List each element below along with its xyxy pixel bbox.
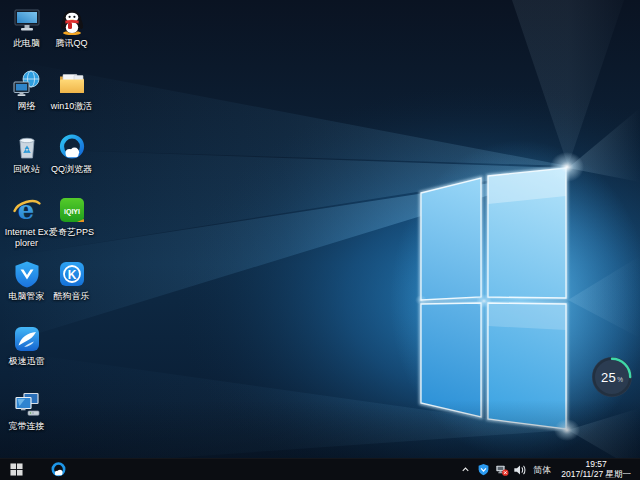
desktop-icon-qq-browser[interactable]: QQ浏览器 [48, 132, 95, 175]
tray-volume[interactable] [512, 459, 527, 480]
desktop-icon-internet-explorer[interactable]: e Internet Explorer [3, 195, 50, 249]
desktop-icon-kugou-music[interactable]: K 酷狗音乐 [48, 259, 95, 302]
icon-label: 宽带连接 [9, 421, 45, 432]
thunder-bird-icon [12, 324, 42, 354]
icon-label: 酷狗音乐 [54, 291, 90, 302]
network-disconnected-icon [495, 463, 509, 477]
icon-label: 爱奇艺PPS [49, 227, 94, 238]
icon-label: 电脑管家 [9, 291, 45, 302]
tray-pc-manager[interactable] [476, 459, 491, 480]
desktop-icon-tencent-qq[interactable]: 腾讯QQ [48, 6, 95, 49]
start-button[interactable] [3, 459, 29, 480]
svg-text:K: K [67, 268, 76, 282]
activation-progress-badge[interactable]: 25% [590, 355, 634, 399]
taskbar-qq-browser-button[interactable] [45, 459, 71, 480]
tray-overflow-button[interactable] [458, 459, 473, 480]
iqiyi-pps-icon: iQIYI [57, 195, 87, 225]
desktop-icon-thunder-speed[interactable]: 极速迅雷 [3, 324, 50, 367]
desktop-icon-pc-manager[interactable]: 电脑管家 [3, 259, 50, 302]
chevron-up-icon [460, 464, 471, 475]
speaker-icon [513, 463, 527, 477]
clock-date: 2017/11/27 星期一 [561, 470, 631, 480]
windows-desktop: 此电脑 腾讯QQ 网络 [0, 0, 640, 480]
broadband-connection-icon [12, 389, 42, 419]
icon-label: 此电脑 [13, 38, 40, 49]
desktop-icon-iqiyi-pps[interactable]: iQIYI 爱奇艺PPS [48, 195, 95, 238]
taskbar: 简体 19:57 2017/11/27 星期一 [0, 458, 640, 480]
wallpaper [0, 0, 640, 480]
folder-icon [57, 69, 87, 99]
desktop-icon-recycle-bin[interactable]: 回收站 [3, 132, 50, 175]
windows-start-icon [10, 463, 23, 476]
network-icon [12, 69, 42, 99]
progress-value: 25% [590, 355, 634, 399]
icon-label: win10激活 [51, 101, 93, 112]
internet-explorer-icon: e [12, 195, 42, 225]
taskbar-clock[interactable]: 19:57 2017/11/27 星期一 [557, 459, 637, 480]
this-pc-icon [12, 6, 42, 36]
kugou-music-icon: K [57, 259, 87, 289]
qq-browser-icon [50, 461, 67, 478]
pc-manager-shield-icon [477, 463, 490, 476]
icon-label: 网络 [18, 101, 36, 112]
tencent-qq-icon [57, 6, 87, 36]
desktop-icon-broadband-connection[interactable]: 宽带连接 [3, 389, 50, 432]
pc-manager-shield-icon [12, 259, 42, 289]
icon-label: 极速迅雷 [9, 356, 45, 367]
qq-browser-icon [57, 132, 87, 162]
recycle-bin-icon [12, 132, 42, 162]
windows-logo-wallpaper [415, 152, 584, 441]
desktop-icon-network[interactable]: 网络 [3, 69, 50, 112]
tray-network[interactable] [494, 459, 509, 480]
icon-label: 腾讯QQ [55, 38, 87, 49]
icon-label: Internet Explorer [3, 227, 50, 249]
desktop-icon-win10-activation[interactable]: win10激活 [48, 69, 95, 112]
input-method-indicator[interactable]: 简体 [530, 459, 554, 480]
icon-label: QQ浏览器 [51, 164, 92, 175]
system-tray: 简体 19:57 2017/11/27 星期一 [458, 459, 640, 480]
icon-label: 回收站 [13, 164, 40, 175]
svg-text:iQIYI: iQIYI [64, 208, 80, 216]
svg-text:e: e [17, 195, 34, 225]
desktop-icon-this-pc[interactable]: 此电脑 [3, 6, 50, 49]
